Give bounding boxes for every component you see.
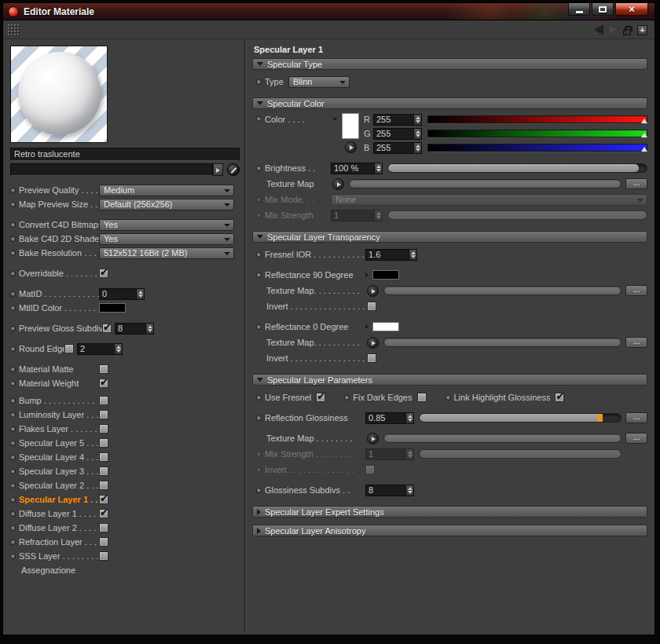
bake-shaders-select[interactable]: Yes [99,233,234,245]
animation-dot[interactable] [10,236,16,242]
animation-dot[interactable] [10,202,16,207]
maximize-button[interactable] [592,3,614,16]
back-arrow-icon[interactable] [594,24,603,35]
animation-dot[interactable] [256,415,262,421]
diffuse2-checkbox[interactable] [99,523,108,532]
animation-dot[interactable] [256,488,262,493]
preview-gloss-checkbox[interactable] [102,324,112,333]
lock-icon[interactable] [623,29,631,35]
animation-dot[interactable] [446,395,451,401]
specular1-checkbox[interactable] [99,495,108,504]
slider-marker-icon[interactable] [641,133,647,137]
overridable-checkbox[interactable] [99,269,108,278]
bump-checkbox[interactable] [99,396,108,405]
color-swatch[interactable] [342,113,359,139]
animation-dot[interactable] [10,469,16,474]
refraction-checkbox[interactable] [99,537,108,547]
slider-marker-icon[interactable] [641,119,647,123]
animation-dot[interactable] [10,306,16,311]
animation-dot[interactable] [10,367,16,372]
texture-arrow-button[interactable] [367,285,379,297]
spinner-arrows-icon[interactable] [145,323,154,335]
section-header[interactable]: Specular Layer Anisotropy [252,525,647,536]
close-button[interactable]: × [615,3,648,16]
drag-grip[interactable] [7,24,20,36]
spinner-arrows-icon[interactable] [413,142,422,154]
section-header[interactable]: Specular Color [252,97,647,109]
section-header[interactable]: Specular Layer Parameters [252,374,647,386]
animation-dot[interactable] [10,554,16,559]
blue-spinner[interactable]: 255 [373,142,422,154]
spinner-arrows-icon[interactable] [114,343,123,355]
animation-dot[interactable] [10,326,16,331]
specular4-checkbox[interactable] [99,452,108,462]
animation-dot[interactable] [10,540,16,545]
browse-button[interactable]: ... [625,337,647,348]
texture-slot[interactable] [349,179,622,188]
animation-dot[interactable] [10,525,16,531]
section-header[interactable]: Specular Layer Transparency [252,231,647,243]
animation-dot[interactable] [10,483,16,488]
texture-slot[interactable] [383,338,622,347]
section-header[interactable]: Specular Layer Expert Settings [252,506,647,518]
subdivs-spinner[interactable]: 8 [365,485,414,496]
specular-type-select[interactable]: Blinn [288,76,350,88]
popup-arrow-button[interactable] [213,163,223,176]
spinner-arrows-icon[interactable] [409,249,417,261]
matid-spinner[interactable]: 0 [99,288,145,300]
expand-arrow-button[interactable] [345,141,357,153]
animation-dot[interactable] [10,398,16,404]
spinner-arrows-icon[interactable] [413,128,422,140]
green-gradient-slider[interactable] [427,130,647,137]
preview-quality-select[interactable]: Medium [99,185,234,196]
material-weight-checkbox[interactable] [99,379,108,388]
search-input[interactable] [10,163,213,176]
animation-dot[interactable] [10,271,16,276]
material-preview[interactable] [10,46,108,143]
bake-resolution-select[interactable]: 512x512 16Bit (2 MB) [99,247,234,259]
color-options-arrow-icon[interactable] [332,118,337,121]
material-name-field[interactable]: Retro traslucente [10,148,240,161]
animation-dot[interactable] [256,166,262,171]
link-glossiness-checkbox[interactable] [555,393,564,402]
spinner-arrows-icon[interactable] [413,114,422,126]
forward-arrow-icon[interactable] [610,26,617,34]
diffuse1-checkbox[interactable] [99,509,108,518]
minimize-button[interactable] [568,3,590,16]
animation-dot[interactable] [10,291,16,297]
spinner-arrows-icon[interactable] [374,163,383,174]
material-matte-checkbox[interactable] [99,364,108,374]
spinner-arrows-icon[interactable] [405,412,414,424]
browse-button[interactable]: ... [625,412,647,423]
spinner-arrows-icon[interactable] [405,485,414,496]
animation-dot[interactable] [344,395,350,401]
glossiness-slider[interactable] [419,413,622,423]
animation-dot[interactable] [10,455,16,460]
animation-dot[interactable] [256,395,262,401]
browse-button[interactable]: ... [625,178,647,189]
map-preview-size-select[interactable]: Default (256x256) [99,199,234,210]
blue-gradient-slider[interactable] [427,144,647,152]
animation-dot[interactable] [10,222,16,228]
browse-button[interactable]: ... [625,433,647,444]
animation-dot[interactable] [256,273,262,278]
animation-dot[interactable] [256,252,262,258]
brightness-slider[interactable] [387,163,647,173]
animation-dot[interactable] [256,324,262,330]
new-panel-icon[interactable]: + [637,25,647,35]
preview-gloss-spinner[interactable]: 8 [115,323,154,335]
invert-0-checkbox[interactable] [367,353,376,363]
fix-dark-edges-checkbox[interactable] [417,393,427,402]
animation-dot[interactable] [256,116,262,122]
brightness-spinner[interactable]: 100 % [331,163,383,174]
section-header[interactable]: Specular Type [252,58,647,70]
browse-button[interactable]: ... [625,285,647,296]
specular5-checkbox[interactable] [99,438,108,448]
texture-arrow-button[interactable] [367,337,379,349]
green-spinner[interactable]: 255 [373,128,422,140]
spinner-arrows-icon[interactable] [136,288,145,300]
texture-arrow-button[interactable] [367,433,379,445]
texture-slot[interactable] [383,286,622,295]
animation-dot[interactable] [256,79,262,85]
animation-dot[interactable] [10,188,16,193]
